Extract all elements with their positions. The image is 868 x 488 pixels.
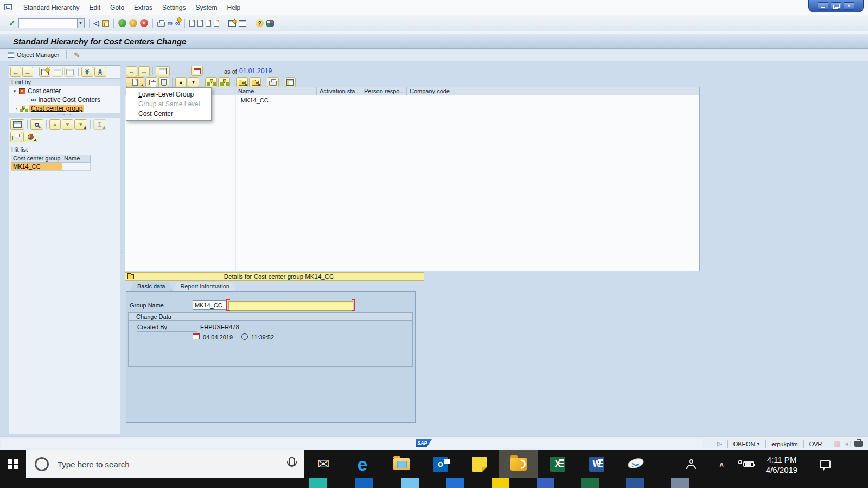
create-shortcut-icon[interactable] xyxy=(239,20,246,27)
object-manager-button[interactable]: Object Manager xyxy=(8,52,59,58)
tab-basic-data[interactable]: Basic data xyxy=(130,282,172,291)
menu-system[interactable]: System xyxy=(190,0,222,15)
hierarchy-row-name[interactable]: MK14_CC xyxy=(241,97,269,104)
cortana-icon[interactable] xyxy=(35,457,49,471)
sort-descending-button[interactable]: ▼ xyxy=(62,119,73,130)
previous-page-icon[interactable] xyxy=(197,20,203,27)
show-hidden-icons-button[interactable]: ∧ xyxy=(712,450,731,478)
menu-settings[interactable]: Settings xyxy=(157,0,190,15)
search-hit-list-button[interactable] xyxy=(30,119,43,130)
horizontal-splitter[interactable]: ····· xyxy=(9,113,120,117)
customize-layout-icon[interactable] xyxy=(266,20,274,27)
action-center-button[interactable] xyxy=(813,450,838,478)
search-variant-button[interactable] xyxy=(52,67,63,77)
copy-button[interactable] xyxy=(145,77,157,87)
taskbar-search-input[interactable] xyxy=(58,460,278,469)
menu-item-lower-level-group[interactable]: Lower-Level Group xyxy=(126,89,211,99)
sum-button[interactable]: Σ xyxy=(93,119,106,130)
hierarchy-forward-button[interactable]: → xyxy=(138,66,150,76)
menu-item-cost-center[interactable]: Cost Center xyxy=(126,109,211,119)
close-button[interactable]: × xyxy=(844,2,854,10)
taskbar-file-explorer[interactable] xyxy=(382,450,421,478)
print-icon[interactable] xyxy=(157,22,165,27)
back-triangle-icon[interactable]: ◁ xyxy=(94,19,99,27)
taskbar-word[interactable]: W xyxy=(577,450,616,478)
column-header-person[interactable]: Person respo... xyxy=(361,87,407,95)
hit-list-row[interactable]: MK14_CC xyxy=(11,163,120,171)
collapse-search-button[interactable]: ≫ xyxy=(81,67,93,77)
expand-search-button[interactable]: ≪ xyxy=(94,67,106,77)
key-date-button[interactable] xyxy=(191,66,203,76)
last-page-icon[interactable] xyxy=(214,20,219,27)
taskbar-edge[interactable]: e xyxy=(343,450,382,478)
hit-list-cell-name[interactable] xyxy=(62,163,91,171)
taskbar-excel[interactable]: X xyxy=(538,450,577,478)
column-settings-button[interactable] xyxy=(285,77,296,87)
hit-list-header-group[interactable]: Cost center group xyxy=(11,155,62,163)
find-next-icon[interactable]: ∞ xyxy=(175,19,180,27)
sort-ascending-button[interactable]: ▲ xyxy=(49,119,61,130)
move-down-button[interactable]: ▼ xyxy=(188,77,199,87)
delete-button[interactable] xyxy=(158,77,169,87)
print-hierarchy-button[interactable] xyxy=(267,77,279,87)
new-session-icon[interactable] xyxy=(228,20,236,27)
expander-icon[interactable]: ▼ xyxy=(12,89,17,94)
menu-help[interactable]: Help xyxy=(222,0,245,15)
help-icon[interactable]: ? xyxy=(256,19,264,27)
as-of-date[interactable]: 01.01.2019 xyxy=(239,67,272,75)
search-delete-button[interactable] xyxy=(64,67,75,77)
next-page-icon[interactable] xyxy=(206,20,211,27)
display-change-icon[interactable]: ✎ xyxy=(74,51,80,59)
taskbar-outlook[interactable]: o xyxy=(421,450,460,478)
enter-icon[interactable]: ✓ xyxy=(9,18,16,28)
menu-extras[interactable]: Extras xyxy=(129,0,157,15)
taskbar-people[interactable] xyxy=(677,450,705,478)
taskbar-search-box[interactable] xyxy=(26,450,304,478)
taskbar-sticky-notes[interactable] xyxy=(460,450,499,478)
status-play-icon[interactable]: ▷ xyxy=(717,440,722,447)
overview-button[interactable] xyxy=(156,66,170,76)
hit-list-header-name[interactable]: Name xyxy=(62,155,91,163)
menu-edit[interactable]: Edit xyxy=(84,0,105,15)
group-description-field[interactable] xyxy=(228,301,353,311)
system-menu-icon[interactable] xyxy=(4,4,12,10)
collapse-node-button[interactable] xyxy=(249,77,261,87)
status-briefcase-icon[interactable] xyxy=(854,441,863,447)
one-level-up-button[interactable] xyxy=(205,77,217,87)
system-id-field[interactable]: OKEON ▼ xyxy=(733,441,761,447)
first-page-icon[interactable] xyxy=(189,20,195,27)
minimize-button[interactable] xyxy=(818,2,828,10)
filter-button[interactable]: ▼ xyxy=(74,119,87,130)
column-header-name[interactable]: Name xyxy=(235,87,317,95)
hierarchy-back-button[interactable]: ← xyxy=(126,66,137,76)
save-icon[interactable] xyxy=(102,20,109,27)
menu-goto[interactable]: Goto xyxy=(105,0,129,15)
exit-icon[interactable]: ↑ xyxy=(129,19,137,27)
hit-list-cell-group[interactable]: MK14_CC xyxy=(11,163,62,171)
command-field[interactable] xyxy=(19,19,77,28)
group-name-field[interactable] xyxy=(193,300,227,310)
restore-button[interactable] xyxy=(831,2,841,10)
move-up-button[interactable]: ▲ xyxy=(175,77,187,87)
column-header-activation[interactable]: Activation sta... xyxy=(317,87,361,95)
insert-mode-value[interactable]: OVR xyxy=(809,441,822,447)
one-level-down-button[interactable] xyxy=(218,77,230,87)
find-icon[interactable]: ∞ xyxy=(168,19,173,27)
column-header-company[interactable]: Company code xyxy=(407,87,455,95)
create-button[interactable] xyxy=(126,77,144,87)
tree-item-inactive-cost-centers[interactable]: · ∞ Inactive Cost Centers xyxy=(9,95,120,104)
nav-forward-button[interactable]: → xyxy=(22,67,33,77)
tree-item-cost-center[interactable]: ▼ Cost center xyxy=(9,87,120,95)
expand-node-button[interactable] xyxy=(236,77,248,87)
nav-back-button[interactable]: ← xyxy=(10,67,21,77)
menu-standard-hierarchy[interactable]: Standard Hierarchy xyxy=(18,0,84,15)
column-config-button[interactable] xyxy=(10,119,24,130)
taskbar-clock[interactable]: 4:11 PM 4/6/2019 xyxy=(757,450,806,478)
back-icon[interactable]: ← xyxy=(118,19,126,27)
taskbar-mail[interactable]: ✉ xyxy=(304,450,343,478)
search-template-button[interactable] xyxy=(39,67,50,77)
export-button[interactable] xyxy=(23,132,37,142)
taskbar-snipping-tool[interactable]: ✂ xyxy=(616,450,655,478)
tab-report-information[interactable]: Report information xyxy=(173,282,237,291)
cancel-icon[interactable]: × xyxy=(140,19,148,27)
